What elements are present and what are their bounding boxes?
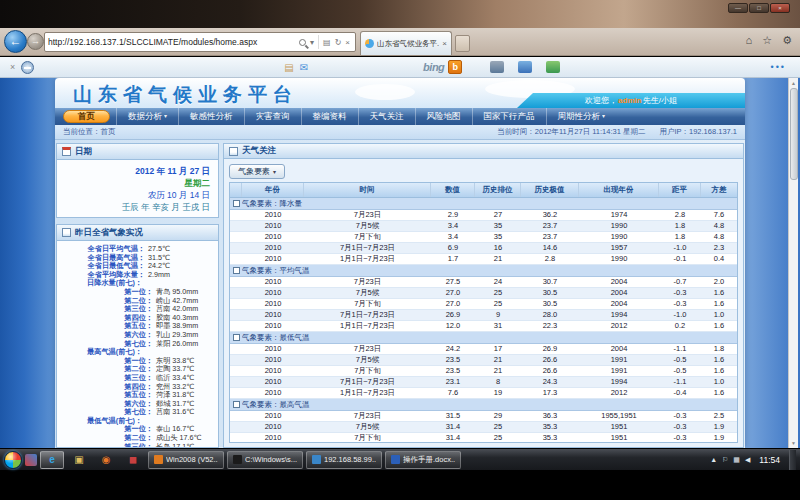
show-desktop-button[interactable] xyxy=(789,450,796,470)
menu-item-数据分析[interactable]: 数据分析▾ xyxy=(116,108,178,125)
task-button[interactable]: Win2008 (V52... xyxy=(148,451,224,469)
home-icon[interactable]: ⌂ xyxy=(746,34,753,47)
column-header[interactable]: 历史排位 xyxy=(475,183,521,197)
search-go-button[interactable]: b xyxy=(448,60,462,74)
table-cell: 1.8 xyxy=(701,344,737,354)
scroll-down-icon[interactable]: ▼ xyxy=(791,438,796,448)
flag-icon[interactable]: ⚐ xyxy=(722,456,728,464)
column-header[interactable]: 距平 xyxy=(659,183,701,197)
table-group-row[interactable]: 气象要素：最低气温 xyxy=(230,332,737,344)
table-row[interactable]: 20107月1日~7月23日23.1824.31994-1.11.0 xyxy=(230,377,737,388)
camera-icon[interactable] xyxy=(490,61,504,73)
browser-tab[interactable]: 山东省气候业务平... × xyxy=(360,31,452,55)
app-icon[interactable]: ◼ xyxy=(121,451,145,469)
table-row[interactable]: 20107月下旬23.52126.61991-0.51.6 xyxy=(230,366,737,377)
tools-icon[interactable] xyxy=(518,61,532,73)
table-row[interactable]: 20101月1日~7月23日12.03122.320120.21.6 xyxy=(230,321,737,332)
taskbar-clock[interactable]: 11:54 xyxy=(755,455,784,465)
vertical-scrollbar[interactable]: ▲ ▼ xyxy=(788,78,798,448)
rank-value: 莱阳 26.0mm xyxy=(156,340,198,349)
collapse-checkbox[interactable] xyxy=(233,334,240,341)
scrollbar-thumb[interactable] xyxy=(790,88,798,180)
table-row[interactable]: 20107月下旬27.02530.52004-0.31.6 xyxy=(230,299,737,310)
volume-icon[interactable]: ◀ xyxy=(745,456,750,464)
forward-button[interactable]: → xyxy=(27,33,44,50)
quick-launch-icon[interactable] xyxy=(25,454,37,466)
column-header[interactable]: 时间 xyxy=(304,183,431,197)
column-header[interactable]: 历史极值 xyxy=(521,183,579,197)
compatibility-icon[interactable]: ▤ xyxy=(321,38,333,47)
menu-item-敏感性分析[interactable]: 敏感性分析 xyxy=(178,108,244,125)
task-button[interactable]: 192.168.58.99... xyxy=(306,451,382,469)
menu-item-风险地图[interactable]: 风险地图 xyxy=(415,108,472,125)
card-icon[interactable]: ▤ xyxy=(284,62,293,73)
table-row[interactable]: 20107月1日~7月23日26.9928.01994-1.01.0 xyxy=(230,310,737,321)
table-row[interactable]: 20101月1日~7月23日7.61917.32012-0.41.6 xyxy=(230,388,737,399)
table-row[interactable]: 20107月5候23.52126.61991-0.51.6 xyxy=(230,355,737,366)
minimize-button[interactable]: — xyxy=(728,3,748,13)
blocked-circle-icon[interactable] xyxy=(21,61,34,74)
scroll-up-icon[interactable]: ▲ xyxy=(791,78,796,88)
start-button[interactable] xyxy=(4,451,22,469)
hidden-icons-icon[interactable]: ▲ xyxy=(710,456,717,464)
network-icon[interactable]: ▦ xyxy=(733,456,740,464)
new-tab-button[interactable] xyxy=(455,35,470,52)
table-row[interactable]: 20107月下旬3.43523.719901.84.8 xyxy=(230,232,737,243)
menu-item-label: 风险地图 xyxy=(427,108,461,125)
collapse-checkbox[interactable] xyxy=(233,267,240,274)
table-row[interactable]: 20107月23日24.21726.92004-1.11.8 xyxy=(230,344,737,355)
search-icon[interactable] xyxy=(299,39,306,46)
back-button[interactable]: ← xyxy=(4,30,27,53)
table-row[interactable]: 20107月23日27.52430.72004-0.72.0 xyxy=(230,277,737,288)
column-header[interactable]: 数值 xyxy=(431,183,475,197)
stop-icon[interactable]: × xyxy=(343,38,352,47)
close-button[interactable]: × xyxy=(770,3,790,13)
chevron-down-icon[interactable]: ▾ xyxy=(308,38,316,47)
table-row[interactable]: 20107月23日31.52936.31955,1951-0.32.5 xyxy=(230,411,737,422)
mail-icon[interactable]: ✉ xyxy=(300,62,308,73)
calendar-date: 2012 年 11 月 27 日 xyxy=(65,165,210,177)
table-row[interactable]: 20107月5候31.42535.31951-0.31.9 xyxy=(230,422,737,433)
people-icon[interactable] xyxy=(546,61,560,73)
url-text[interactable]: http://192.168.137.1/SLCCLIMATE/modules/… xyxy=(48,37,297,47)
task-button[interactable]: 操作手册.docx... xyxy=(385,451,461,469)
menu-item-整编资料[interactable]: 整编资料 xyxy=(301,108,358,125)
ie-icon[interactable]: e xyxy=(40,451,64,469)
menu-item-天气关注[interactable]: 天气关注 xyxy=(358,108,415,125)
close-pane-icon[interactable]: × xyxy=(10,62,15,72)
table-row[interactable]: 20107月23日2.92736.219742.87.6 xyxy=(230,210,737,221)
menu-item-灾害查询[interactable]: 灾害查询 xyxy=(244,108,301,125)
menu-item-首页[interactable]: 首页 xyxy=(63,110,110,123)
table-group-row[interactable]: 气象要素：最高气温 xyxy=(230,399,737,411)
table-group-row[interactable]: 气象要素：平均气温 xyxy=(230,265,737,277)
menu-item-周期性分析[interactable]: 周期性分析▾ xyxy=(546,108,617,125)
table-row[interactable]: 20107月下旬31.42535.31951-0.31.9 xyxy=(230,433,737,443)
maximize-button[interactable]: □ xyxy=(749,3,769,13)
menu-item-国家下行产品[interactable]: 国家下行产品 xyxy=(472,108,546,125)
refresh-icon[interactable]: ↻ xyxy=(333,38,344,47)
table-cell: 7月1日~7月23日 xyxy=(304,243,431,253)
table-row[interactable]: 20107月5候3.43523.719901.84.8 xyxy=(230,221,737,232)
element-filter-button[interactable]: 气象要素 ▾ xyxy=(229,164,285,179)
table-row[interactable]: 20107月1日~7月23日6.91614.61957-1.02.3 xyxy=(230,243,737,254)
collapse-checkbox[interactable] xyxy=(233,200,240,207)
tab-title[interactable]: 山东省气候业务平... xyxy=(377,39,439,49)
more-options-dots[interactable]: ••• xyxy=(771,62,786,72)
media-player-icon[interactable]: ◉ xyxy=(94,451,118,469)
table-group-row[interactable]: 气象要素：降水量 xyxy=(230,198,737,210)
search-widget[interactable]: bing b xyxy=(423,60,462,74)
tab-close-icon[interactable]: × xyxy=(442,39,447,48)
column-header[interactable]: 年份 xyxy=(242,183,304,197)
table-row[interactable]: 20101月1日~7月23日1.7212.81990-0.10.4 xyxy=(230,254,737,265)
column-header[interactable]: 出现年份 xyxy=(579,183,659,197)
address-bar[interactable]: http://192.168.137.1/SLCCLIMATE/modules/… xyxy=(44,32,356,52)
settings-gear-icon[interactable]: ⚙ xyxy=(782,34,792,47)
favorites-star-icon[interactable]: ☆ xyxy=(762,34,772,47)
table-row[interactable]: 20107月5候27.02530.52004-0.31.6 xyxy=(230,288,737,299)
folder-icon[interactable]: ▣ xyxy=(67,451,91,469)
row-spacer xyxy=(230,232,242,242)
column-header[interactable]: 方差 xyxy=(701,183,737,197)
collapse-checkbox[interactable] xyxy=(233,401,240,408)
task-button[interactable]: C:\Windows\s... xyxy=(227,451,303,469)
calendar-weekday: 星期二 xyxy=(65,177,210,189)
